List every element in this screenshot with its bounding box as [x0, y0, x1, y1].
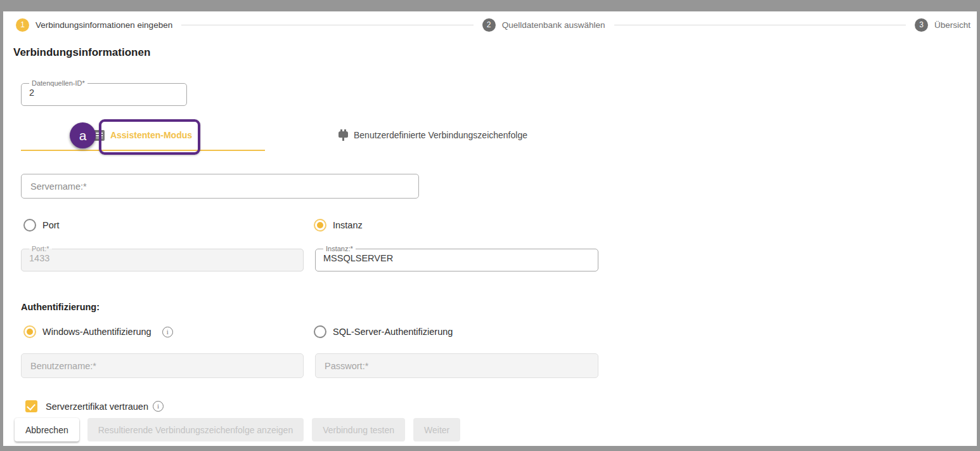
step-1-label: Verbindungsinformationen eingeben [35, 20, 172, 30]
instanz-field-label: Instanz:* [323, 245, 356, 252]
annotation-badge-a: a [70, 122, 96, 148]
port-instance-radio-group: Port Instanz [21, 219, 977, 233]
tab-assistenten-modus-label: Assistenten-Modus [110, 130, 192, 140]
instanz-field: Instanz:* [315, 245, 598, 271]
stepper: 1 Verbindungsinformationen eingeben 2 Qu… [16, 15, 970, 34]
next-button[interactable]: Weiter [413, 418, 460, 441]
tab-assistenten-modus[interactable]: Assistenten-Modus [21, 121, 265, 151]
step-1-number-badge: 1 [16, 18, 29, 32]
radio-sql-auth-circle-icon [314, 325, 326, 338]
stepper-connector [614, 25, 906, 25]
page-title: Verbindungsinformationen [13, 46, 150, 59]
test-connection-button[interactable]: Verbindung testen [312, 418, 405, 441]
action-button-row: Abbrechen Resultierende Verbindungszeich… [15, 418, 460, 441]
servername-input[interactable] [21, 174, 419, 199]
info-icon[interactable] [162, 327, 173, 337]
port-field: Port:* [21, 245, 304, 271]
plug-icon [338, 129, 348, 141]
step-2-source-database: 2 Quelldatenbank auswählen [482, 18, 605, 32]
tab-benutzerdefinierte-verbindungszeichenfolge[interactable]: Benutzerdefinierte Verbindungszeichenfol… [265, 121, 601, 151]
step-3-number-badge: 3 [915, 18, 928, 32]
radio-port[interactable]: Port [23, 219, 60, 232]
stepper-connector [181, 25, 473, 25]
wizard-window: 1 Verbindungsinformationen eingeben 2 Qu… [3, 11, 977, 446]
step-2-number-badge: 2 [482, 18, 496, 32]
radio-windows-auth-label: Windows-Authentifizierung [42, 327, 152, 337]
password-input[interactable] [315, 353, 598, 378]
radio-instanz[interactable]: Instanz [314, 219, 363, 232]
step-2-label: Quelldatenbank auswählen [502, 20, 605, 30]
port-input[interactable] [28, 252, 297, 268]
step-3-overview: 3 Übersicht [915, 18, 970, 32]
connection-mode-tabs: Assistenten-Modus Benutzerdefinierte Ver… [21, 121, 601, 151]
instanz-input[interactable] [322, 252, 591, 268]
datasource-id-field: Datenquellen-ID* [21, 80, 187, 106]
datasource-id-label: Datenquellen-ID* [29, 80, 87, 87]
trust-server-certificate-row: Serverzertifikat vertrauen [25, 400, 164, 412]
tab-custom-label: Benutzerdefinierte Verbindungszeichenfol… [354, 130, 527, 140]
port-field-label: Port:* [29, 245, 52, 252]
trust-server-certificate-label: Serverzertifikat vertrauen [46, 402, 148, 412]
checkbox-checked-icon[interactable] [25, 400, 37, 412]
radio-port-label: Port [42, 220, 60, 230]
radio-sql-auth[interactable]: SQL-Server-Authentifizierung [314, 325, 453, 338]
radio-instanz-circle-icon [314, 219, 326, 232]
datasource-id-input[interactable] [28, 87, 180, 102]
authentication-radio-group: Windows-Authentifizierung SQL-Server-Aut… [21, 325, 977, 339]
radio-windows-auth[interactable]: Windows-Authentifizierung [23, 325, 173, 338]
cancel-button[interactable]: Abbrechen [15, 418, 79, 441]
radio-port-circle-icon [23, 219, 36, 232]
radio-sql-auth-label: SQL-Server-Authentifizierung [333, 327, 453, 337]
radio-instanz-label: Instanz [333, 220, 363, 230]
step-1-connection-info: 1 Verbindungsinformationen eingeben [16, 18, 172, 32]
username-input[interactable] [21, 353, 304, 378]
authentication-heading: Authentifizierung: [21, 302, 100, 312]
show-connection-string-button[interactable]: Resultierende Verbindungszeichenfolge an… [87, 418, 304, 441]
radio-windows-auth-circle-icon [23, 325, 36, 338]
step-3-label: Übersicht [934, 20, 970, 30]
info-icon[interactable] [153, 401, 164, 412]
